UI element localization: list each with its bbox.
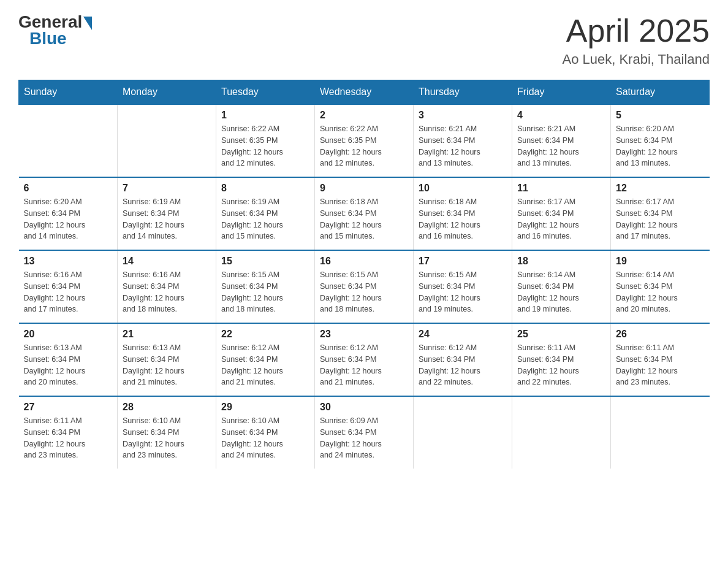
logo-blue-text: Blue [29,29,67,48]
day-number: 26 [616,329,705,340]
calendar-header-monday: Monday [118,80,216,105]
day-number: 10 [419,183,507,194]
calendar-week-row-0: 1Sunrise: 6:22 AMSunset: 6:35 PMDaylight… [19,104,710,177]
calendar-cell: 20Sunrise: 6:13 AMSunset: 6:34 PMDayligh… [19,323,118,396]
calendar-cell [512,396,611,469]
month-title: April 2025 [562,12,710,49]
day-number: 12 [616,183,705,194]
day-number: 3 [419,110,507,121]
day-info: Sunrise: 6:13 AMSunset: 6:34 PMDaylight:… [24,342,113,388]
day-number: 5 [616,110,705,121]
day-info: Sunrise: 6:12 AMSunset: 6:34 PMDaylight:… [419,342,507,388]
day-number: 17 [419,256,507,267]
calendar-header-saturday: Saturday [611,80,710,105]
calendar-cell: 11Sunrise: 6:17 AMSunset: 6:34 PMDayligh… [512,177,611,250]
calendar-cell: 29Sunrise: 6:10 AMSunset: 6:34 PMDayligh… [216,396,315,469]
calendar-cell: 16Sunrise: 6:15 AMSunset: 6:34 PMDayligh… [315,250,414,323]
day-number: 11 [517,183,605,194]
calendar-cell: 7Sunrise: 6:19 AMSunset: 6:34 PMDaylight… [118,177,216,250]
day-info: Sunrise: 6:18 AMSunset: 6:34 PMDaylight:… [320,196,408,242]
day-number: 2 [320,110,408,121]
page-header: General Blue April 2025 Ao Luek, Krabi, … [18,12,710,67]
day-info: Sunrise: 6:11 AMSunset: 6:34 PMDaylight:… [24,415,113,461]
day-info: Sunrise: 6:11 AMSunset: 6:34 PMDaylight:… [616,342,705,388]
day-info: Sunrise: 6:10 AMSunset: 6:34 PMDaylight:… [221,415,309,461]
calendar-cell: 24Sunrise: 6:12 AMSunset: 6:34 PMDayligh… [414,323,512,396]
calendar-week-row-3: 20Sunrise: 6:13 AMSunset: 6:34 PMDayligh… [19,323,710,396]
day-number: 8 [221,183,309,194]
day-info: Sunrise: 6:15 AMSunset: 6:34 PMDaylight:… [320,269,408,315]
day-number: 24 [419,329,507,340]
day-info: Sunrise: 6:17 AMSunset: 6:34 PMDaylight:… [517,196,605,242]
day-info: Sunrise: 6:22 AMSunset: 6:35 PMDaylight:… [221,123,309,169]
calendar-header-tuesday: Tuesday [216,80,315,105]
logo-triangle-icon [83,17,92,30]
calendar-cell: 23Sunrise: 6:12 AMSunset: 6:34 PMDayligh… [315,323,414,396]
day-number: 28 [123,402,211,413]
calendar-cell: 26Sunrise: 6:11 AMSunset: 6:34 PMDayligh… [611,323,710,396]
calendar-cell: 2Sunrise: 6:22 AMSunset: 6:35 PMDaylight… [315,104,414,177]
day-info: Sunrise: 6:11 AMSunset: 6:34 PMDaylight:… [517,342,605,388]
day-info: Sunrise: 6:16 AMSunset: 6:34 PMDaylight:… [24,269,113,315]
day-number: 6 [24,183,113,194]
calendar-cell: 9Sunrise: 6:18 AMSunset: 6:34 PMDaylight… [315,177,414,250]
calendar-cell: 12Sunrise: 6:17 AMSunset: 6:34 PMDayligh… [611,177,710,250]
day-number: 23 [320,329,408,340]
title-block: April 2025 Ao Luek, Krabi, Thailand [562,12,710,67]
day-info: Sunrise: 6:21 AMSunset: 6:34 PMDaylight:… [517,123,605,169]
calendar-cell [118,104,216,177]
calendar-cell: 14Sunrise: 6:16 AMSunset: 6:34 PMDayligh… [118,250,216,323]
calendar-cell: 5Sunrise: 6:20 AMSunset: 6:34 PMDaylight… [611,104,710,177]
calendar-cell: 4Sunrise: 6:21 AMSunset: 6:34 PMDaylight… [512,104,611,177]
calendar-cell: 15Sunrise: 6:15 AMSunset: 6:34 PMDayligh… [216,250,315,323]
day-number: 27 [24,402,113,413]
day-number: 7 [123,183,211,194]
day-number: 14 [123,256,211,267]
day-info: Sunrise: 6:22 AMSunset: 6:35 PMDaylight:… [320,123,408,169]
day-number: 9 [320,183,408,194]
day-number: 22 [221,329,309,340]
day-info: Sunrise: 6:20 AMSunset: 6:34 PMDaylight:… [616,123,705,169]
calendar-cell: 19Sunrise: 6:14 AMSunset: 6:34 PMDayligh… [611,250,710,323]
calendar-cell: 6Sunrise: 6:20 AMSunset: 6:34 PMDaylight… [19,177,118,250]
day-info: Sunrise: 6:13 AMSunset: 6:34 PMDaylight:… [123,342,211,388]
calendar-week-row-2: 13Sunrise: 6:16 AMSunset: 6:34 PMDayligh… [19,250,710,323]
calendar-cell: 28Sunrise: 6:10 AMSunset: 6:34 PMDayligh… [118,396,216,469]
day-info: Sunrise: 6:10 AMSunset: 6:34 PMDaylight:… [123,415,211,461]
day-info: Sunrise: 6:16 AMSunset: 6:34 PMDaylight:… [123,269,211,315]
day-number: 21 [123,329,211,340]
calendar-cell [414,396,512,469]
day-number: 1 [221,110,309,121]
calendar-cell: 13Sunrise: 6:16 AMSunset: 6:34 PMDayligh… [19,250,118,323]
day-number: 20 [24,329,113,340]
day-info: Sunrise: 6:17 AMSunset: 6:34 PMDaylight:… [616,196,705,242]
day-info: Sunrise: 6:18 AMSunset: 6:34 PMDaylight:… [419,196,507,242]
calendar-cell [611,396,710,469]
calendar-cell [19,104,118,177]
day-number: 15 [221,256,309,267]
day-number: 29 [221,402,309,413]
calendar-header-thursday: Thursday [414,80,512,105]
location-title: Ao Luek, Krabi, Thailand [562,52,710,67]
calendar-cell: 18Sunrise: 6:14 AMSunset: 6:34 PMDayligh… [512,250,611,323]
day-number: 13 [24,256,113,267]
calendar-cell: 25Sunrise: 6:11 AMSunset: 6:34 PMDayligh… [512,323,611,396]
calendar-header-row: SundayMondayTuesdayWednesdayThursdayFrid… [19,80,710,105]
calendar-cell: 3Sunrise: 6:21 AMSunset: 6:34 PMDaylight… [414,104,512,177]
day-info: Sunrise: 6:15 AMSunset: 6:34 PMDaylight:… [419,269,507,315]
calendar-cell: 30Sunrise: 6:09 AMSunset: 6:34 PMDayligh… [315,396,414,469]
calendar-cell: 27Sunrise: 6:11 AMSunset: 6:34 PMDayligh… [19,396,118,469]
day-number: 16 [320,256,408,267]
calendar-cell: 22Sunrise: 6:12 AMSunset: 6:34 PMDayligh… [216,323,315,396]
day-info: Sunrise: 6:12 AMSunset: 6:34 PMDaylight:… [320,342,408,388]
day-number: 30 [320,402,408,413]
day-info: Sunrise: 6:09 AMSunset: 6:34 PMDaylight:… [320,415,408,461]
day-number: 4 [517,110,605,121]
day-number: 19 [616,256,705,267]
day-number: 25 [517,329,605,340]
calendar-header-sunday: Sunday [19,80,118,105]
calendar-week-row-1: 6Sunrise: 6:20 AMSunset: 6:34 PMDaylight… [19,177,710,250]
day-info: Sunrise: 6:19 AMSunset: 6:34 PMDaylight:… [221,196,309,242]
day-info: Sunrise: 6:12 AMSunset: 6:34 PMDaylight:… [221,342,309,388]
logo: General Blue [18,12,92,48]
